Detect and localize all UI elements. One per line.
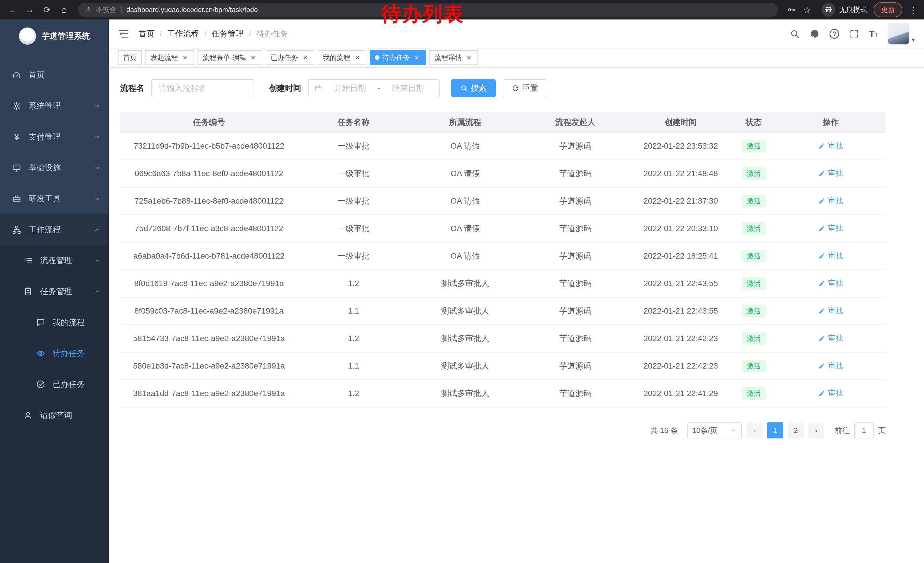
tab-done-tasks[interactable]: 已办任务 × [266, 50, 314, 65]
sidebar-item-task-management[interactable]: 任务管理 [0, 276, 109, 307]
cell-process: OA 请假 [410, 132, 521, 160]
search-icon[interactable] [789, 29, 800, 39]
sidebar-item-leave-query[interactable]: 请假查询 [0, 400, 109, 431]
sidebar-item-my-processes[interactable]: 我的流程 [0, 307, 109, 338]
approve-link[interactable]: 审批 [818, 223, 843, 233]
breadcrumb-home[interactable]: 首页 [138, 29, 154, 39]
approve-link[interactable]: 审批 [818, 251, 843, 261]
page-button-1[interactable]: 1 [767, 422, 783, 438]
cell-action: 审批 [776, 297, 886, 325]
end-date-placeholder[interactable]: 结束日期 [383, 83, 434, 94]
tab-process-detail[interactable]: 流程详情 × [429, 50, 478, 65]
tab-start-process[interactable]: 发起流程 × [146, 50, 194, 65]
chevron-down-icon [94, 102, 101, 110]
update-button[interactable]: 更新 [874, 2, 902, 17]
tab-label: 待办任务 [382, 53, 410, 62]
tab-label: 首页 [123, 53, 137, 62]
date-range-picker[interactable]: 开始日期 - 结束日期 [308, 79, 440, 98]
font-size-icon[interactable]: TT [869, 29, 878, 39]
fullscreen-icon[interactable] [849, 29, 859, 39]
cell-starter: 芋道源码 [521, 325, 630, 352]
table-row: 069c6a63-7b8a-11ec-8ef0-acde48001122 一级审… [120, 160, 886, 187]
forward-icon[interactable]: → [22, 2, 38, 18]
list-icon [23, 255, 33, 266]
cell-starter: 芋道源码 [521, 297, 630, 325]
sidebar-item-infrastructure[interactable]: 基础设施 [0, 152, 109, 183]
page-size-select[interactable]: 10条/页 [687, 422, 742, 438]
search-button-label: 搜索 [471, 83, 487, 94]
goto-page-input[interactable] [854, 422, 874, 438]
approve-link[interactable]: 审批 [818, 360, 843, 371]
security-label[interactable]: 不安全 [96, 5, 117, 14]
table-row: 8f059c03-7ac8-11ec-a9e2-a2380e71991a 1.1… [120, 297, 886, 325]
close-icon[interactable]: × [301, 54, 309, 62]
approve-link[interactable]: 审批 [818, 278, 843, 288]
tab-label: 已办任务 [271, 53, 298, 62]
approve-link[interactable]: 审批 [818, 141, 843, 151]
approve-link[interactable]: 审批 [818, 195, 843, 206]
next-page-button[interactable]: › [808, 422, 824, 438]
cell-action: 审批 [776, 352, 886, 380]
user-menu[interactable]: ▾ [888, 23, 915, 45]
sidebar-item-process-management[interactable]: 流程管理 [0, 245, 109, 276]
sidebar-item-done-tasks[interactable]: 已办任务 [0, 369, 109, 400]
approve-label: 审批 [828, 388, 843, 398]
gear-icon [12, 101, 22, 111]
sidebar-item-home[interactable]: 首页 [0, 60, 109, 90]
tab-todo-tasks[interactable]: 待办任务 × [370, 50, 426, 65]
start-date-placeholder[interactable]: 开始日期 [325, 83, 375, 94]
close-icon[interactable]: × [465, 54, 473, 62]
close-icon[interactable]: × [353, 54, 361, 62]
cell-process: OA 请假 [410, 242, 521, 270]
close-icon[interactable]: × [249, 54, 257, 62]
reload-icon[interactable]: ⟳ [39, 2, 55, 18]
avatar[interactable] [888, 23, 909, 45]
approve-label: 审批 [828, 195, 843, 206]
close-icon[interactable]: × [413, 54, 421, 62]
close-icon[interactable]: × [181, 54, 189, 62]
status-badge: 激活 [742, 360, 766, 372]
sidebar-item-workflow[interactable]: 工作流程 [0, 214, 109, 245]
table-row: 580e1b3d-7ac8-11ec-a9e2-a2380e71991a 1.1… [120, 352, 886, 380]
url-text[interactable]: dashboard.yudao.iocoder.cn/bpm/task/todo [126, 6, 258, 14]
home-icon[interactable]: ⌂ [56, 2, 72, 18]
cell-task-id: a6aba0a4-7b6d-11ec-b781-acde48001122 [120, 242, 298, 270]
cell-task-name: 一级审批 [298, 132, 410, 160]
page-size-value: 10条/页 [692, 426, 717, 435]
approve-link[interactable]: 审批 [818, 306, 843, 315]
back-icon[interactable]: ← [4, 2, 21, 18]
approve-link[interactable]: 审批 [818, 168, 843, 178]
cell-status: 激活 [732, 132, 776, 160]
sidebar-fold-icon[interactable] [118, 28, 129, 39]
table-row: 75d72608-7b7f-11ec-a3c8-acde48001122 一级审… [120, 215, 886, 242]
chevron-up-icon [94, 226, 101, 233]
cell-created: 2022-01-21 22:43:55 [630, 270, 732, 297]
approve-link[interactable]: 审批 [818, 333, 843, 343]
cell-starter: 芋道源码 [521, 187, 630, 215]
breadcrumb-task-management[interactable]: 任务管理 [212, 29, 244, 39]
approve-link[interactable]: 审批 [818, 388, 843, 398]
process-name-input[interactable] [151, 79, 254, 98]
bookmark-star-icon[interactable]: ☆ [800, 2, 814, 17]
sidebar-item-dev-tools[interactable]: 研发工具 [0, 183, 109, 214]
sidebar-item-system[interactable]: 系统管理 [0, 90, 109, 122]
app-logo[interactable]: 芋道管理系统 [0, 20, 109, 53]
yen-icon: ¥ [12, 132, 22, 142]
reset-button[interactable]: 重置 [502, 79, 547, 98]
page-button-2[interactable]: 2 [788, 422, 804, 438]
password-key-icon[interactable] [784, 2, 799, 17]
sidebar-item-todo-tasks[interactable]: 待办任务 [0, 338, 109, 369]
sidebar-item-payment[interactable]: ¥ 支付管理 [0, 122, 109, 152]
sidebar: 芋道管理系统 首页 系统管理 ¥ 支付管理 基础设施 [0, 20, 109, 563]
tab-my-processes[interactable]: 我的流程 × [318, 50, 366, 65]
browser-menu-icon[interactable]: ⋮ [908, 5, 920, 15]
github-icon[interactable] [810, 29, 820, 39]
help-icon[interactable]: ? [830, 29, 839, 39]
prev-page-button[interactable]: ‹ [747, 422, 762, 438]
tab-home[interactable]: 首页 [118, 50, 142, 65]
chevron-down-icon [94, 195, 101, 202]
breadcrumb-workflow[interactable]: 工作流程 [167, 29, 199, 39]
search-button[interactable]: 搜索 [451, 79, 496, 98]
status-badge: 激活 [742, 167, 766, 180]
tab-process-form-edit[interactable]: 流程表单-编辑 × [198, 50, 262, 65]
